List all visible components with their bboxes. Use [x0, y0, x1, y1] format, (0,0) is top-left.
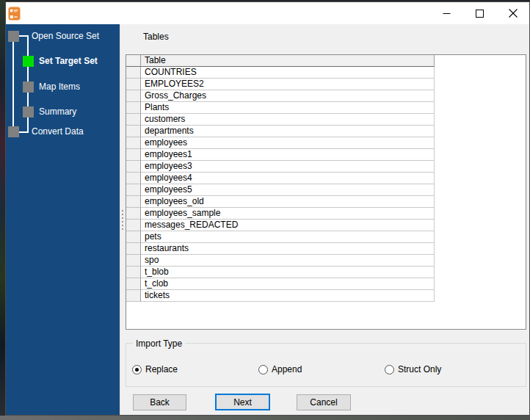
- row-selector-cell[interactable]: [126, 255, 141, 267]
- table-name-cell[interactable]: employees_sample: [141, 208, 435, 220]
- table-row[interactable]: spo: [126, 255, 526, 267]
- table-name-cell[interactable]: pets: [141, 231, 435, 243]
- minimize-icon: [443, 10, 451, 18]
- step-label-map-items[interactable]: Map Items: [39, 82, 80, 93]
- desktop-wallpaper-strip: [0, 0, 5, 420]
- row-selector-cell[interactable]: [126, 231, 141, 243]
- table-name-cell[interactable]: EMPLOYEES2: [141, 79, 435, 90]
- table-name-cell[interactable]: spo: [141, 255, 435, 267]
- table-row[interactable]: departments: [126, 126, 526, 137]
- step-label-open-source-set[interactable]: Open Source Set: [32, 31, 99, 42]
- radio-append[interactable]: Append: [258, 364, 302, 374]
- table-row[interactable]: EMPLOYEES2: [126, 79, 526, 90]
- table-row[interactable]: t_blob: [126, 267, 526, 278]
- row-selector-cell[interactable]: [126, 79, 141, 90]
- table-name-cell[interactable]: employees5: [141, 184, 435, 196]
- row-selector-cell[interactable]: [126, 243, 141, 255]
- close-button[interactable]: [496, 2, 529, 24]
- import-type-label: Import Type: [133, 338, 185, 349]
- table-row[interactable]: messages_REDACTED: [126, 220, 526, 231]
- table-name-cell[interactable]: restaurants: [141, 243, 435, 255]
- row-selector-cell[interactable]: [126, 184, 141, 196]
- table-name-cell[interactable]: tickets: [141, 290, 435, 302]
- sidebar-splitter[interactable]: [120, 24, 126, 415]
- table-row[interactable]: employees5: [126, 184, 526, 196]
- row-selector-cell[interactable]: [126, 290, 141, 302]
- table-row[interactable]: t_clob: [126, 278, 526, 290]
- caption-buttons: [430, 2, 529, 24]
- step-label-convert-data[interactable]: Convert Data: [32, 126, 84, 137]
- title-bar[interactable]: [6, 2, 529, 24]
- row-selector-cell[interactable]: [126, 173, 141, 184]
- table-row[interactable]: COUNTRIES: [126, 67, 526, 79]
- table-row[interactable]: Gross_Charges: [126, 90, 526, 102]
- table-name-cell[interactable]: employees_old: [141, 196, 435, 208]
- row-selector-cell[interactable]: [126, 220, 141, 231]
- import-type-groupbox: Import Type ReplaceAppendStruct Only: [126, 343, 526, 387]
- close-icon: [509, 9, 518, 18]
- table-row[interactable]: restaurants: [126, 243, 526, 255]
- wizard-steps-sidebar: Open Source Set Set Target Set Map Items…: [6, 24, 120, 415]
- connector-line: [19, 35, 29, 37]
- back-button[interactable]: Back: [133, 394, 186, 410]
- table-row[interactable]: customers: [126, 114, 526, 126]
- app-icon: [8, 7, 21, 21]
- table-row[interactable]: employees1: [126, 149, 526, 161]
- radio-circle-icon: [258, 365, 268, 374]
- minimize-button[interactable]: [430, 2, 463, 24]
- table-name-cell[interactable]: Gross_Charges: [141, 90, 435, 102]
- table-name-cell[interactable]: employees3: [141, 161, 435, 173]
- connector-line: [12, 42, 14, 126]
- row-selector-cell[interactable]: [126, 149, 141, 161]
- row-selector-cell[interactable]: [126, 196, 141, 208]
- row-selector-cell[interactable]: [126, 90, 141, 102]
- table-name-cell[interactable]: customers: [141, 114, 435, 126]
- step-square-convert-data: [8, 126, 19, 137]
- row-selector-cell[interactable]: [126, 114, 141, 126]
- table-row[interactable]: employees: [126, 137, 526, 149]
- splitter-grip-icon: [122, 210, 123, 230]
- tables-grid: Table COUNTRIESEMPLOYEES2Gross_ChargesPl…: [126, 54, 526, 330]
- tables-grid-header-row: Table: [126, 55, 526, 67]
- row-selector-cell[interactable]: [126, 67, 141, 79]
- table-row[interactable]: pets: [126, 231, 526, 243]
- radio-label: Struct Only: [398, 364, 441, 374]
- table-name-cell[interactable]: employees1: [141, 149, 435, 161]
- radio-struct-only[interactable]: Struct Only: [385, 364, 441, 374]
- row-selector-cell[interactable]: [126, 161, 141, 173]
- row-selector-cell[interactable]: [126, 267, 141, 278]
- maximize-button[interactable]: [463, 2, 496, 24]
- row-selector-cell[interactable]: [126, 137, 141, 149]
- step-label-set-target-set[interactable]: Set Target Set: [39, 56, 98, 67]
- step-label-summary[interactable]: Summary: [39, 106, 76, 117]
- radio-replace[interactable]: Replace: [132, 364, 178, 374]
- table-row[interactable]: employees4: [126, 173, 526, 184]
- radio-circle-icon: [132, 365, 142, 374]
- table-row[interactable]: tickets: [126, 290, 526, 302]
- row-selector-cell[interactable]: [126, 102, 141, 114]
- next-button[interactable]: Next: [215, 394, 270, 410]
- row-selector-cell[interactable]: [126, 208, 141, 220]
- table-name-cell[interactable]: messages_REDACTED: [141, 220, 435, 231]
- cancel-button[interactable]: Cancel: [297, 394, 351, 410]
- row-selector-cell[interactable]: [126, 278, 141, 290]
- connector-line: [19, 131, 29, 133]
- table-name-cell[interactable]: employees4: [141, 173, 435, 184]
- wizard-window: Open Source Set Set Target Set Map Items…: [5, 1, 530, 416]
- table-row[interactable]: Plants: [126, 102, 526, 114]
- table-name-cell[interactable]: COUNTRIES: [141, 67, 435, 79]
- radio-label: Replace: [145, 364, 178, 374]
- table-row[interactable]: employees_sample: [126, 208, 526, 220]
- table-row[interactable]: employees3: [126, 161, 526, 173]
- maximize-icon: [476, 10, 484, 18]
- table-name-cell[interactable]: t_clob: [141, 278, 435, 290]
- table-name-cell[interactable]: t_blob: [141, 267, 435, 278]
- tables-grid-body: COUNTRIESEMPLOYEES2Gross_ChargesPlantscu…: [126, 67, 526, 302]
- row-selector-cell[interactable]: [126, 126, 141, 137]
- table-name-cell[interactable]: departments: [141, 126, 435, 137]
- table-name-cell[interactable]: employees: [141, 137, 435, 149]
- table-name-cell[interactable]: Plants: [141, 102, 435, 114]
- table-row[interactable]: employees_old: [126, 196, 526, 208]
- table-column-header[interactable]: Table: [141, 55, 435, 67]
- row-selector-header-cell[interactable]: [126, 55, 141, 67]
